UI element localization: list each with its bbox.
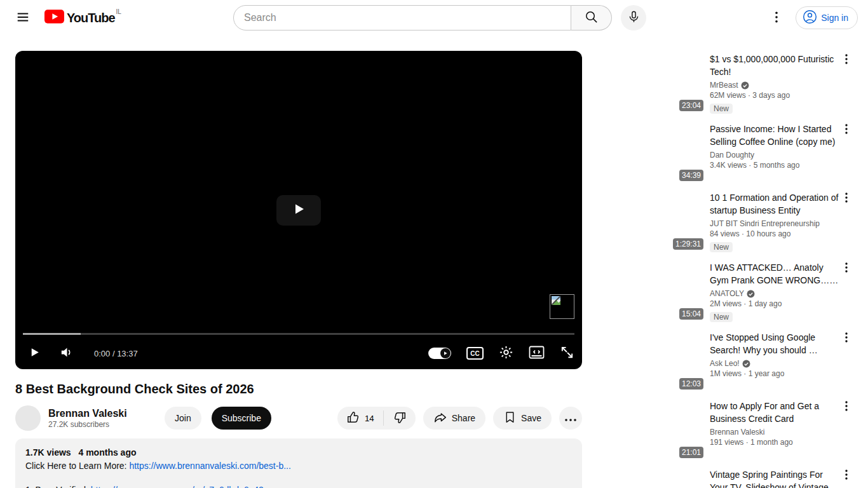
video-title[interactable]: Vintage Spring Paintings For Your TV, Sl…	[710, 468, 839, 488]
video-duration-badge: 23:04	[679, 100, 703, 111]
progress-bar[interactable]	[23, 333, 574, 335]
video-channel-name[interactable]: ANATOLY	[710, 289, 744, 298]
share-button[interactable]: Share	[423, 407, 485, 430]
video-duration-badge: 34:39	[679, 170, 703, 181]
description-link-1[interactable]: https://www.brennanvaleski.com/best-b...	[129, 461, 290, 471]
show-more-button[interactable]: ...more	[275, 485, 303, 488]
thumb-up-icon	[346, 410, 360, 426]
play-icon	[29, 346, 41, 360]
description-link-2[interactable]: https://secure.money.com/pr/x7e6dbde6a42	[91, 485, 264, 488]
kebab-icon	[775, 11, 778, 25]
related-videos-sidebar: 23:04 $1 vs $1,000,000,000 Futuristic Te…	[676, 53, 853, 488]
video-meta: 2M views · 1 day ago	[710, 299, 839, 308]
video-thumbnail[interactable]: 21:01	[676, 400, 705, 459]
dislike-button[interactable]	[384, 407, 416, 430]
verified-badge-icon	[742, 360, 750, 368]
channel-row: Brennan Valeski 27.2K subscribers Join S…	[15, 405, 582, 431]
related-video-item[interactable]: 21:01 How to Apply For and Get a Busines…	[676, 400, 853, 459]
video-channel-name[interactable]: Dan Doughty	[710, 151, 754, 159]
video-thumbnail[interactable]: 34:39	[676, 123, 705, 182]
related-video-item[interactable]: 12:03 I've Stopped Using Google Search! …	[676, 331, 853, 391]
youtube-logo[interactable]: YouTube IL	[44, 10, 121, 26]
video-thumbnail[interactable]: 12:03	[676, 331, 705, 391]
settings-button[interactable]	[499, 345, 513, 362]
fullscreen-icon	[560, 352, 574, 362]
related-video-item[interactable]: 1:29:31 10 1 Formation and Operation of …	[676, 191, 853, 252]
video-thumbnail[interactable]: 23:04	[676, 53, 705, 112]
miniplayer-button[interactable]	[529, 346, 545, 361]
sign-in-button[interactable]: Sign in	[796, 6, 858, 29]
description-text: Click Here to Learn More:	[25, 461, 127, 471]
video-thumbnail[interactable]: 15:04	[676, 261, 705, 321]
search-box	[233, 5, 571, 30]
video-player[interactable]: 0:00 / 13:37 CC	[15, 51, 582, 369]
header-options-button[interactable]	[764, 5, 789, 30]
video-options-button[interactable]	[840, 470, 853, 485]
video-options-button[interactable]	[840, 193, 853, 208]
fullscreen-button[interactable]	[560, 345, 574, 362]
bookmark-icon	[503, 410, 517, 426]
video-channel-name[interactable]: Brennan Valeski	[710, 428, 765, 437]
related-video-item[interactable]: 15:04 I WAS ATTACKED… Anatoly Gym Prank …	[676, 261, 853, 322]
video-title[interactable]: I've Stopped Using Google Search! Why yo…	[710, 331, 839, 356]
cc-icon: CC	[466, 347, 484, 360]
hamburger-menu-button[interactable]	[10, 5, 36, 30]
channel-subscribers: 27.2K subscribers	[48, 420, 147, 429]
upload-date: 4 months ago	[79, 447, 137, 458]
kebab-icon	[845, 193, 848, 205]
kebab-icon	[845, 332, 848, 344]
video-channel-name[interactable]: MrBeast	[710, 81, 738, 90]
progress-loaded	[23, 333, 81, 335]
miniplayer-icon	[529, 351, 545, 361]
video-thumbnail[interactable]: 1:29:31	[676, 191, 705, 251]
video-options-button[interactable]	[840, 401, 853, 416]
description-text: 1. BeenVerified:	[25, 485, 88, 488]
video-title[interactable]: $1 vs $1,000,000,000 Futuristic Tech!	[710, 53, 839, 78]
gear-icon	[499, 352, 513, 362]
voice-search-button[interactable]	[621, 5, 646, 30]
volume-button[interactable]	[55, 342, 78, 365]
save-label: Save	[521, 413, 541, 423]
search-button[interactable]	[571, 5, 612, 30]
big-play-button[interactable]	[276, 195, 321, 226]
more-actions-button[interactable]	[559, 407, 582, 430]
kebab-icon	[845, 470, 848, 482]
video-options-button[interactable]	[840, 124, 853, 139]
search-input[interactable]	[244, 12, 560, 24]
video-thumbnail[interactable]	[676, 468, 705, 488]
video-options-button[interactable]	[840, 332, 853, 348]
video-title[interactable]: 10 1 Formation and Operation of startup …	[710, 191, 839, 217]
description-box[interactable]: 1.7K views 4 months ago Click Here to Le…	[15, 438, 582, 488]
related-video-item[interactable]: 23:04 $1 vs $1,000,000,000 Futuristic Te…	[676, 53, 853, 114]
subtitles-button[interactable]: CC	[466, 347, 484, 360]
share-icon	[433, 410, 447, 426]
channel-avatar[interactable]	[15, 405, 41, 431]
verified-badge-icon	[747, 290, 755, 298]
video-channel-name[interactable]: Ask Leo!	[710, 359, 740, 368]
autoplay-toggle[interactable]	[428, 348, 451, 359]
video-title[interactable]: How to Apply For and Get a Business Cred…	[710, 400, 839, 425]
kebab-icon	[845, 124, 848, 136]
video-title[interactable]: I WAS ATTACKED… Anatoly Gym Prank GONE W…	[710, 261, 839, 287]
like-button[interactable]: 14	[337, 407, 383, 430]
player-controls: 0:00 / 13:37 CC	[23, 339, 574, 368]
play-button[interactable]	[23, 342, 46, 365]
verified-badge-icon	[741, 81, 749, 90]
page-title: 8 Best Background Check Sites of 2026	[15, 380, 582, 398]
channel-name[interactable]: Brennan Valeski	[48, 408, 147, 419]
join-button[interactable]: Join	[165, 407, 201, 430]
related-video-item[interactable]: Vintage Spring Paintings For Your TV, Sl…	[676, 468, 853, 488]
video-title[interactable]: Passive Income: How I Started Selling Co…	[710, 123, 839, 148]
subscribe-button[interactable]: Subscribe	[212, 407, 271, 430]
video-meta: 1M views · 1 year ago	[710, 369, 839, 378]
video-duration-badge: 21:01	[679, 447, 703, 458]
save-button[interactable]: Save	[493, 407, 552, 430]
video-options-button[interactable]	[840, 54, 853, 69]
video-duration-badge: 15:04	[679, 308, 703, 320]
youtube-play-icon	[44, 10, 64, 26]
video-meta: 3.4K views · 5 months ago	[710, 161, 839, 170]
video-channel-name[interactable]: JUT BIT Sindri Entrepreneurship	[710, 219, 820, 228]
video-options-button[interactable]	[840, 262, 853, 278]
related-video-item[interactable]: 34:39 Passive Income: How I Started Sell…	[676, 123, 853, 182]
view-count: 1.7K views	[25, 447, 71, 458]
